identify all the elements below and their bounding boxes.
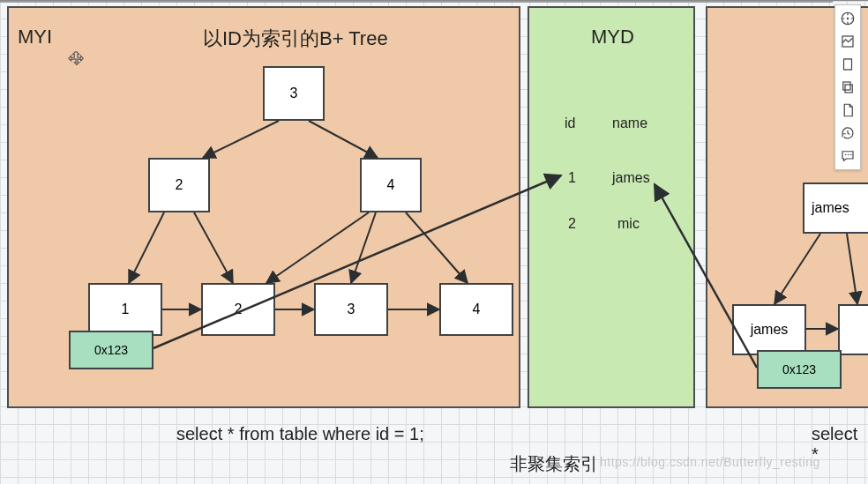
myi-title: MYI <box>18 26 52 48</box>
full-extent-icon[interactable] <box>836 30 859 53</box>
address-label: 0x123 <box>782 362 816 376</box>
new-page-icon[interactable] <box>836 99 859 122</box>
compass-icon[interactable] <box>836 7 859 30</box>
myd-title: MYD <box>591 26 634 48</box>
node-label: 2 <box>235 302 243 317</box>
myd-header-name: name <box>612 115 647 131</box>
nonclustered-caption: 非聚集索引 <box>510 452 598 476</box>
right-leaf-partial <box>838 304 868 355</box>
node-label: 2 <box>176 177 183 193</box>
right-leaf-james: james <box>732 304 806 355</box>
svg-rect-20 <box>843 82 850 90</box>
myd-header-id: id <box>565 115 575 131</box>
address-tag-right: 0x123 <box>757 350 842 389</box>
node-label: 4 <box>473 302 481 317</box>
history-icon[interactable] <box>836 122 859 145</box>
tree-leaf-1: 1 <box>88 283 162 336</box>
node-label: 1 <box>122 302 130 317</box>
svg-point-21 <box>845 154 847 156</box>
diagram-canvas: MYI 以ID为索引的B+ Tree 3 2 4 1 2 3 4 0x123 M… <box>0 0 868 484</box>
myd-row2-id: 2 <box>568 216 576 232</box>
tree-node-l2-left: 2 <box>148 158 210 212</box>
btree-title: 以ID为索引的B+ Tree <box>203 26 388 52</box>
top-border <box>0 1 833 3</box>
watermark-text: https://blog.csdn.net/Butterfly_resting <box>600 455 820 469</box>
tree-root-node: 3 <box>263 66 325 121</box>
snap-icon[interactable] <box>836 53 859 76</box>
myd-row1-name: james <box>612 170 650 186</box>
copy-icon[interactable] <box>836 76 859 99</box>
panel-myd <box>528 6 695 408</box>
node-label: 3 <box>290 86 298 101</box>
myd-row1-id: 1 <box>568 170 576 186</box>
query-text-1: select * from table where id = 1; <box>176 424 424 444</box>
move-cursor-icon <box>67 50 86 70</box>
svg-point-16 <box>847 18 849 19</box>
svg-rect-19 <box>845 85 852 93</box>
tree-leaf-3: 3 <box>314 283 388 336</box>
svg-rect-18 <box>844 59 852 70</box>
address-label: 0x123 <box>94 343 128 357</box>
side-toolbar <box>834 4 861 170</box>
node-label: james <box>751 322 789 338</box>
tree-leaf-2: 2 <box>201 283 275 336</box>
tree-node-l2-right: 4 <box>360 158 422 212</box>
svg-point-23 <box>850 154 852 156</box>
node-label: 4 <box>387 177 395 193</box>
comment-icon[interactable] <box>836 145 859 168</box>
myd-row2-name: mic <box>617 216 640 232</box>
right-node-top: james <box>803 182 868 234</box>
tree-leaf-4: 4 <box>439 283 513 336</box>
address-tag-left: 0x123 <box>69 331 153 369</box>
node-label: 3 <box>348 302 355 317</box>
svg-point-22 <box>848 154 849 156</box>
node-label: james <box>812 200 849 216</box>
